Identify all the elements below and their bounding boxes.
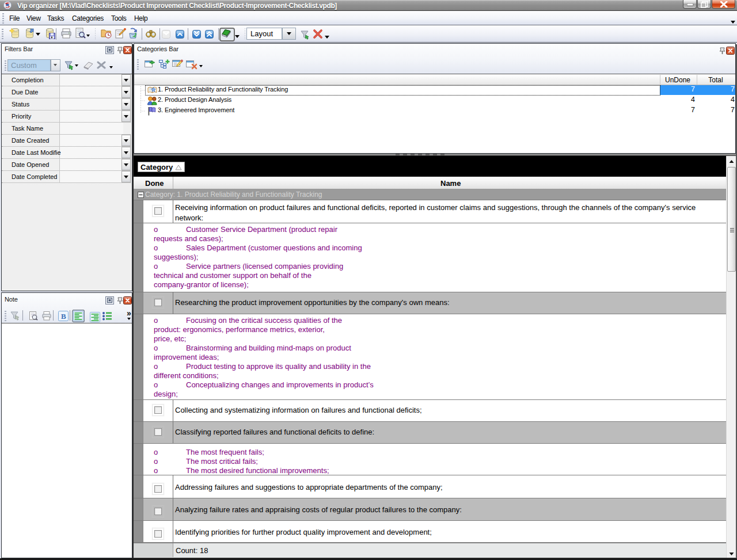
- svg-text:B: B: [61, 312, 66, 321]
